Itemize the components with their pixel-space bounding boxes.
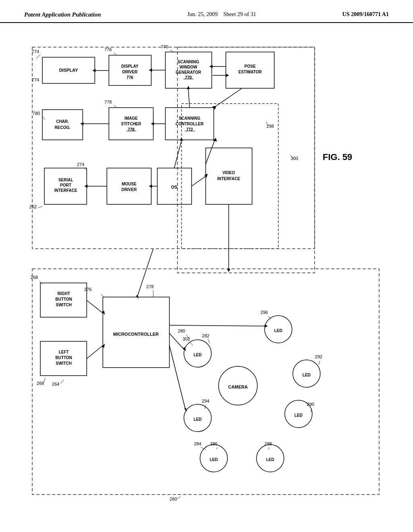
svg-line-51 [268,447,269,449]
ref-770: 770 [161,44,168,49]
svg-line-8 [114,105,117,108]
svg-marker-63 [204,174,208,178]
ref-262: 262 [29,204,37,209]
microcontroller-label: MICROCONTROLLER [113,332,159,337]
svg-marker-31 [84,185,88,188]
left-button-label2: BUTTON [55,355,72,360]
ref-268: 268 [31,275,38,280]
sheet-info: Sheet 29 of 31 [223,11,256,17]
publication-label: Patent Application Publication [24,11,101,18]
scanning-ctrl-label1: SCANNING [179,116,200,121]
display-driver-label: DISPLAY [121,64,139,69]
camera-label: CAMERA [228,384,248,389]
mouse-driver-label2: DRIVER [121,187,137,192]
svg-marker-23 [80,122,83,125]
ref-774-b: 774 [32,77,39,82]
svg-line-32 [174,141,181,168]
page-header: Patent Application Publication Jun. 25, … [0,0,413,23]
video-interface-label1: VIDEO [222,170,235,175]
svg-marker-17 [209,65,213,68]
svg-marker-25 [187,86,190,89]
main-diagram: 774 298 300 DISPLAY DISPLAY DRIVER 776 S… [0,23,413,523]
ref-292: 292 [315,354,322,359]
swg-label1: SCANNING [177,60,199,64]
pose-estimator-label1: POSE [244,64,256,69]
serial-port-label2: PORT [60,183,71,187]
svg-line-56 [169,333,184,349]
pose-estimator-label2: ESTIMATOR [238,70,262,74]
svg-line-6 [114,53,117,55]
svg-marker-33 [180,137,183,141]
pub-date: Jun. 25, 2009 [187,11,217,17]
svg-line-48 [60,380,64,384]
left-button-label1: LEFT [59,350,69,354]
diagram-area: 774 298 300 DISPLAY DISPLAY DRIVER 776 S… [0,23,413,523]
right-button-label2: BUTTON [55,297,72,301]
system-boundary-top [32,47,315,249]
led-290-label: LED [294,413,302,418]
ref-296: 296 [261,310,268,315]
ref-290: 290 [307,402,314,407]
svg-marker-15 [149,69,152,72]
display-label: DISPLAY [59,68,78,73]
ref-276: 276 [84,287,92,292]
svg-line-11 [38,206,42,208]
swg-label2: WINDOW [179,65,197,69]
svg-marker-13 [92,69,96,72]
display-driver-label2: DRIVER [122,70,138,74]
svg-line-62 [192,176,206,186]
svg-line-44 [319,361,320,365]
led-288-label: LED [266,457,274,462]
led-292-label: LED [302,373,311,377]
svg-marker-29 [149,185,152,188]
led-284-label: LED [210,457,218,462]
svg-line-0 [36,54,40,58]
ref-288: 288 [265,441,272,446]
char-recog-box [42,110,83,140]
ref-266: 266 [37,381,44,386]
char-recog-label2: RECOG. [54,125,71,130]
patent-number: US 2009/160771 A1 [342,11,389,18]
os-label: OS [171,185,177,189]
ref-282: 282 [202,333,209,338]
display-driver-ref: 776 [127,75,133,80]
video-interface-label2: INTERFACE [217,177,240,181]
figure-label: FIG. 59 [323,152,352,162]
ref-274: 274 [77,162,84,167]
header-center: Jun. 25, 2009 Sheet 29 of 31 [187,11,256,18]
svg-line-38 [101,294,104,297]
svg-marker-19 [226,74,229,77]
lower-system-boundary [32,269,379,495]
ref-302: 302 [183,337,190,341]
led-296-label: LED [274,328,282,333]
ref-278: 278 [146,284,154,289]
image-stitcher-label1: IMAGE [125,116,138,121]
svg-marker-61 [265,324,268,328]
svg-marker-21 [151,122,154,125]
ref-286: 286 [210,441,217,446]
svg-line-54 [87,345,103,359]
ref-280: 280 [178,328,185,333]
ref-264: 264 [52,382,59,387]
mouse-driver-box [107,168,151,204]
led-280-label: LED [194,353,202,357]
left-button-label3: SWITCH [56,361,71,366]
serial-port-label3: INTERFACE [54,188,77,193]
ref-294: 294 [202,399,209,403]
swg-label3: GENERATOR [176,70,202,75]
svg-line-9 [42,116,45,120]
ref-260: 260 [170,497,177,501]
svg-line-34 [206,141,215,164]
ref-284: 284 [194,441,201,446]
svg-line-52 [87,300,103,313]
svg-line-58 [169,345,186,410]
image-stitcher-label2: STITCHER [121,122,142,126]
svg-line-42 [208,339,210,343]
svg-line-26 [214,88,242,108]
right-button-label3: SWITCH [56,303,71,307]
svg-line-36 [177,497,181,499]
ref-776: 776 [104,47,112,52]
svg-line-37 [40,281,42,284]
serial-port-label1: SERIAL [58,178,73,182]
svg-line-41 [190,343,193,345]
